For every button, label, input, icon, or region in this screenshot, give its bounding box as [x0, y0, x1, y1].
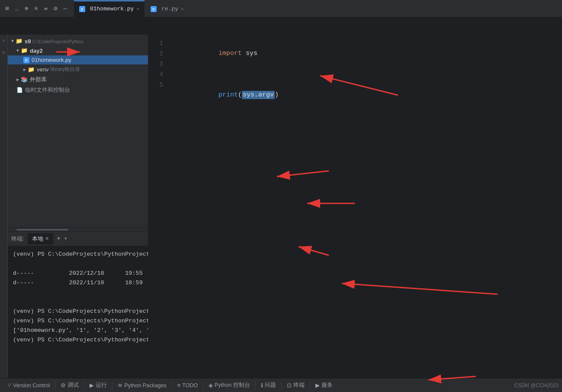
py-file-icon-2: p [151, 6, 157, 12]
sidebar-day2-label: day2 [30, 48, 43, 54]
line-num-2: 2 [148, 48, 163, 59]
status-bar: ⑂ Version Control ⚙ 调试 ▶ 运行 ≋ Python Pac… [0, 378, 562, 392]
terminal-panel: 终端: 本地 ✕ + ▾ (venv) PS C:\CodeProjects\P… [8, 231, 148, 392]
status-todo-label: TODO [182, 382, 198, 389]
folder-icon-day2: 📁 [21, 47, 28, 54]
editor-content[interactable]: 1 2 3 4 5 import sys print(sys.argv) [148, 35, 562, 392]
term-line-1: (venv) PS C:\CodeProjects\PythonProjects… [13, 250, 143, 259]
status-version-control[interactable]: ⑂ Version Control [3, 379, 54, 392]
toolbar-icons: ⊞ … ⊕ ≡ ⇌ ⚙ — [3, 4, 69, 13]
sidebar-scrollbar[interactable] [8, 228, 148, 231]
sidebar-venv-suffix: library根目录 [51, 66, 80, 73]
status-debug[interactable]: ⚙ 调试 [56, 379, 83, 392]
code-line-2 [172, 69, 562, 80]
status-divider-6 [255, 382, 256, 389]
status-services-label: 服务 [321, 382, 333, 389]
sidebar-item-01homework[interactable]: p 01homework.py [8, 55, 148, 64]
terminal-content: (venv) PS C:\CodeProjects\PythonProjects… [8, 246, 148, 392]
status-debug-label: 调试 [67, 382, 79, 389]
status-python-packages[interactable]: ≋ Python Packages [113, 379, 170, 392]
term-line-blank2 [13, 288, 143, 297]
chevron-down-icon: ▼ [11, 39, 14, 44]
chevron-down-icon-2: ▼ [16, 48, 19, 53]
term-line-dir1: d----- 2022/12/10 19:55 day2 [13, 269, 143, 278]
sidebar-item-external[interactable]: ▶ 📚 外部库 [8, 74, 148, 85]
sidebar: ▼ 📁 s9 C:\CodeProjects\Python ▼ 📁 day2 p… [8, 35, 148, 392]
tab-bar: p 01homework.py ✕ p re.py ✕ [74, 0, 559, 17]
terminal-tab-close[interactable]: ✕ [45, 236, 49, 241]
status-divider-3 [112, 382, 112, 389]
tab-01homework-close[interactable]: ✕ [136, 6, 139, 12]
sidebar-item-venv[interactable]: ▶ 📁 venv library根目录 [8, 64, 148, 74]
sidebar-item-day2[interactable]: ▼ 📁 day2 [8, 46, 148, 55]
status-python-console-label: Python 控制台 [215, 382, 250, 389]
tab-re-label: re.py [161, 6, 178, 12]
line-num-5: 5 [148, 80, 163, 90]
line-num-3: 3 [148, 59, 163, 69]
terminal-icon: ⊡ [287, 382, 292, 389]
toolbar-icon-grid[interactable]: ⊞ [3, 4, 10, 13]
run-icon: ▶ [90, 382, 94, 389]
status-divider-8 [310, 382, 310, 389]
gutter-icon-1: ≡ [3, 39, 5, 43]
version-control-icon: ⑂ [8, 382, 11, 389]
code-line-3: print(sys.argv) [172, 80, 562, 111]
status-terminal-label: 终端 [293, 382, 305, 389]
code-line-5 [172, 121, 562, 132]
terminal-chevron-icon[interactable]: ▾ [64, 235, 67, 242]
temp-icon: 📄 [16, 87, 23, 93]
folder-icon-venv: 📁 [28, 66, 35, 73]
terminal-tabs: 终端: 本地 ✕ + ▾ [8, 231, 148, 246]
sidebar-scrollbar-thumb [16, 229, 68, 231]
sidebar-external-label: 外部库 [30, 76, 47, 84]
py-file-icon: p [79, 6, 85, 12]
line-num-4: 4 [148, 69, 163, 80]
status-divider-5 [203, 382, 203, 389]
term-line-prompt: (venv) PS C:\CodeProjects\PythonProjects… [13, 335, 143, 345]
sidebar-venv-label: venv [37, 66, 48, 73]
toolbar-icon-add[interactable]: ⊕ [23, 4, 30, 13]
py-sidebar-icon: p [23, 57, 29, 63]
line-numbers: 1 2 3 4 5 [148, 38, 170, 392]
term-line-dir2: d----- 2022/11/10 18:59 venv [13, 278, 143, 288]
code-lines[interactable]: import sys print(sys.argv) [170, 38, 562, 392]
toolbar-icon-minus[interactable]: — [62, 4, 69, 13]
toolbar-icon-swap[interactable]: ⇌ [42, 4, 49, 13]
toolbar-icon-more[interactable]: … [13, 4, 20, 13]
problems-icon: ℹ [261, 382, 263, 389]
terminal-tab-label: 本地 [32, 235, 43, 243]
status-todo[interactable]: ≡ TODO [173, 379, 202, 392]
gutter-icon-2: ⊟ [3, 50, 5, 55]
status-problems[interactable]: ℹ 问题 [257, 379, 280, 392]
status-divider-1 [55, 382, 55, 389]
status-python-console[interactable]: ◈ Python 控制台 [204, 379, 254, 392]
sidebar-tree: ▼ 📁 s9 C:\CodeProjects\Python ▼ 📁 day2 p… [8, 35, 148, 228]
terminal-label: 终端: [11, 235, 24, 243]
sidebar-item-s9[interactable]: ▼ 📁 s9 C:\CodeProjects\Python [8, 36, 148, 46]
code-line-4 [172, 111, 562, 121]
term-line-blank3 [13, 297, 143, 307]
term-line-output: ['01homework.py', '1', '2', '3', '4', '5… [13, 326, 143, 335]
code-line-1: import sys [172, 38, 562, 69]
sidebar-external-icon: 📚 [21, 76, 28, 83]
python-console-icon: ◈ [209, 382, 213, 389]
sidebar-item-temp[interactable]: 📄 临时文件和控制台 [8, 85, 148, 95]
toolbar-icon-settings[interactable]: ⚙ [52, 4, 59, 13]
tab-re[interactable]: p re.py ✕ [145, 0, 189, 17]
status-run[interactable]: ▶ 运行 [85, 379, 111, 392]
debug-icon: ⚙ [61, 382, 66, 389]
sidebar-s9-label: s9 C:\CodeProjects\Python [25, 38, 83, 45]
status-terminal[interactable]: ⊡ 终端 [283, 379, 309, 392]
status-divider-2 [84, 382, 84, 389]
toolbar-icon-menu[interactable]: ≡ [32, 4, 39, 13]
line-num-1: 1 [148, 38, 163, 48]
terminal-tab-local[interactable]: 本地 ✕ [28, 233, 53, 244]
terminal-add-button[interactable]: + [55, 235, 63, 243]
status-services[interactable]: ▶ 服务 [311, 379, 337, 392]
chevron-right-icon: ▶ [23, 67, 26, 72]
tab-01homework[interactable]: p 01homework.py ✕ [74, 0, 145, 17]
tab-re-close[interactable]: ✕ [181, 6, 184, 12]
status-version-control-label: Version Control [13, 382, 50, 389]
tab-01homework-label: 01homework.py [90, 6, 134, 12]
status-divider-4 [172, 382, 172, 389]
